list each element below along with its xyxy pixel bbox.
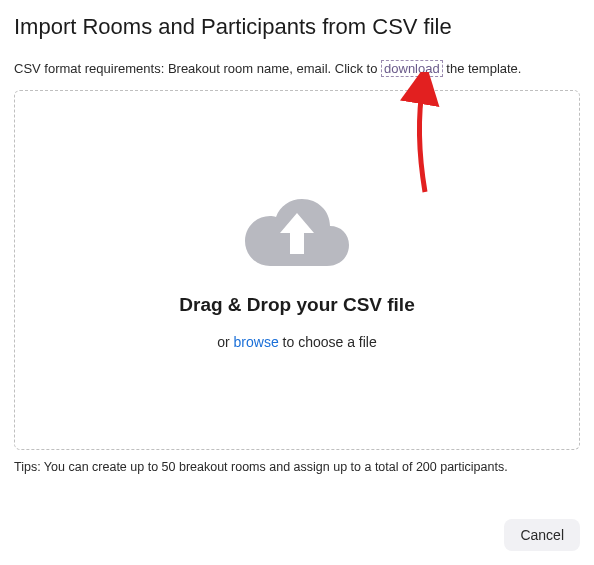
dropzone-sub-prefix: or	[217, 334, 233, 350]
dropzone-heading: Drag & Drop your CSV file	[179, 294, 414, 316]
cancel-button[interactable]: Cancel	[504, 519, 580, 551]
download-template-link[interactable]: download	[381, 60, 443, 77]
description-prefix: CSV format requirements: Breakout room n…	[14, 61, 381, 76]
page-title: Import Rooms and Participants from CSV f…	[14, 14, 580, 40]
tips-text: Tips: You can create up to 50 breakout r…	[14, 460, 580, 474]
csv-format-description: CSV format requirements: Breakout room n…	[14, 60, 580, 78]
button-bar: Cancel	[504, 519, 580, 551]
browse-link[interactable]: browse	[234, 334, 279, 350]
dropzone-subtext: or browse to choose a file	[217, 334, 377, 350]
file-dropzone[interactable]: Drag & Drop your CSV file or browse to c…	[14, 90, 580, 450]
dropzone-sub-suffix: to choose a file	[279, 334, 377, 350]
cloud-upload-icon	[242, 191, 352, 276]
description-suffix: the template.	[443, 61, 522, 76]
